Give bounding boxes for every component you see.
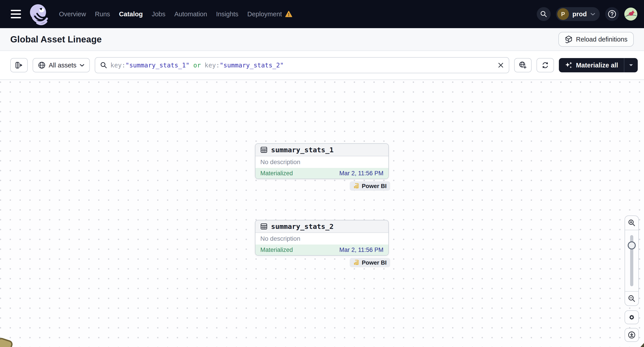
refresh-button[interactable] bbox=[536, 58, 554, 72]
expand-panel-button[interactable] bbox=[10, 58, 28, 72]
reload-definitions-button[interactable]: Reload definitions bbox=[558, 32, 634, 47]
table-icon bbox=[260, 146, 268, 153]
nav-item-runs[interactable]: Runs bbox=[95, 10, 110, 18]
materialize-all-label: Materialize all bbox=[576, 62, 618, 69]
integration-tag-power-bi[interactable]: Power BI bbox=[350, 258, 390, 267]
lineage-canvas[interactable]: summary_stats_1 No description Materiali… bbox=[0, 80, 644, 347]
nav-item-insights[interactable]: Insights bbox=[216, 10, 238, 18]
nav-right-cluster: P prod bbox=[537, 7, 637, 21]
globe-plus-icon bbox=[519, 61, 527, 69]
reload-definitions-label: Reload definitions bbox=[576, 36, 628, 43]
materialize-options-button[interactable] bbox=[624, 58, 638, 72]
page-title: Global Asset Lineage bbox=[10, 34, 102, 44]
asset-filter-label: All assets bbox=[49, 62, 76, 69]
asset-status-row: Materialized Mar 2, 11:56 PM bbox=[256, 168, 388, 179]
asset-node-header: summary_stats_2 bbox=[256, 220, 388, 233]
status-badge: Materialized bbox=[260, 170, 293, 177]
deployment-name: prod bbox=[572, 10, 587, 18]
materialization-timestamp[interactable]: Mar 2, 11:56 PM bbox=[339, 170, 384, 177]
search-icon bbox=[100, 62, 107, 69]
materialize-all-button[interactable]: Materialize all bbox=[559, 58, 624, 72]
corner-artwork-left bbox=[0, 337, 14, 347]
deployment-switcher[interactable]: P prod bbox=[556, 7, 600, 21]
asset-node-header: summary_stats_1 bbox=[256, 144, 388, 156]
clear-search-icon[interactable] bbox=[498, 62, 504, 68]
help-button[interactable] bbox=[605, 7, 619, 21]
cube-refresh-icon bbox=[565, 35, 573, 43]
power-bi-icon bbox=[353, 183, 360, 189]
expand-panel-icon bbox=[15, 61, 23, 69]
user-avatar[interactable] bbox=[624, 7, 637, 20]
integration-tag-power-bi[interactable]: Power BI bbox=[350, 181, 390, 191]
lineage-toolbar: All assets key:"summary_stats_1" or key:… bbox=[0, 51, 644, 80]
deployment-avatar: P bbox=[557, 8, 569, 20]
globe-plus-button[interactable] bbox=[514, 58, 532, 72]
integration-tag-label: Power BI bbox=[362, 183, 386, 190]
asset-name: summary_stats_2 bbox=[271, 222, 334, 230]
refresh-icon bbox=[541, 61, 549, 69]
nav-item-automation[interactable]: Automation bbox=[174, 10, 207, 18]
materialization-timestamp[interactable]: Mar 2, 11:56 PM bbox=[339, 247, 384, 253]
caret-down-icon bbox=[629, 64, 633, 66]
nav-item-jobs[interactable]: Jobs bbox=[152, 10, 165, 18]
asset-name: summary_stats_1 bbox=[271, 146, 334, 154]
primary-nav: Overview Runs Catalog Jobs Automation In… bbox=[59, 10, 292, 18]
asset-description: No description bbox=[256, 233, 388, 245]
global-search-button[interactable] bbox=[537, 7, 550, 21]
download-graph-button[interactable] bbox=[624, 328, 639, 342]
page-header: Global Asset Lineage Reload definitions bbox=[0, 28, 644, 51]
gear-icon bbox=[628, 313, 636, 321]
graph-settings-button[interactable] bbox=[624, 310, 639, 324]
asset-description: No description bbox=[256, 156, 388, 168]
nav-item-deployment[interactable]: Deployment bbox=[247, 10, 292, 18]
zoom-slider-thumb[interactable] bbox=[628, 241, 636, 249]
globe-icon bbox=[38, 61, 46, 69]
asset-filter-button[interactable]: All assets bbox=[32, 58, 90, 72]
nav-item-overview[interactable]: Overview bbox=[59, 10, 86, 18]
asset-node-summary-stats-1[interactable]: summary_stats_1 No description Materiali… bbox=[255, 143, 389, 179]
chevron-down-icon bbox=[80, 64, 84, 67]
menu-button[interactable] bbox=[11, 10, 21, 18]
zoom-out-icon bbox=[628, 295, 636, 302]
asset-status-row: Materialized Mar 2, 11:56 PM bbox=[256, 245, 388, 255]
corner-artwork-right bbox=[640, 343, 644, 347]
top-nav-bar: Overview Runs Catalog Jobs Automation In… bbox=[0, 0, 644, 28]
materialize-split-button: Materialize all bbox=[559, 58, 638, 72]
zoom-controls bbox=[624, 216, 639, 306]
status-badge: Materialized bbox=[260, 247, 293, 253]
dagster-logo-icon[interactable] bbox=[28, 3, 49, 25]
asset-search-input[interactable]: key:"summary_stats_1" or key:"summary_st… bbox=[95, 57, 509, 73]
asset-node-summary-stats-2[interactable]: summary_stats_2 No description Materiali… bbox=[255, 220, 389, 256]
search-query-text: key:"summary_stats_1" or key:"summary_st… bbox=[110, 62, 284, 69]
search-icon bbox=[540, 10, 547, 18]
nav-item-catalog[interactable]: Catalog bbox=[119, 10, 143, 18]
zoom-in-button[interactable] bbox=[625, 216, 638, 230]
table-icon bbox=[260, 223, 268, 230]
chevron-down-icon bbox=[590, 13, 595, 16]
zoom-out-button[interactable] bbox=[625, 292, 638, 306]
zoom-slider[interactable] bbox=[625, 230, 638, 292]
download-circle-icon bbox=[628, 331, 636, 339]
sparkles-icon bbox=[565, 61, 573, 69]
help-icon bbox=[608, 9, 616, 18]
zoom-in-icon bbox=[628, 219, 636, 227]
integration-tag-label: Power BI bbox=[362, 259, 386, 266]
deployment-warning-icon bbox=[285, 11, 292, 17]
power-bi-icon bbox=[353, 260, 360, 266]
